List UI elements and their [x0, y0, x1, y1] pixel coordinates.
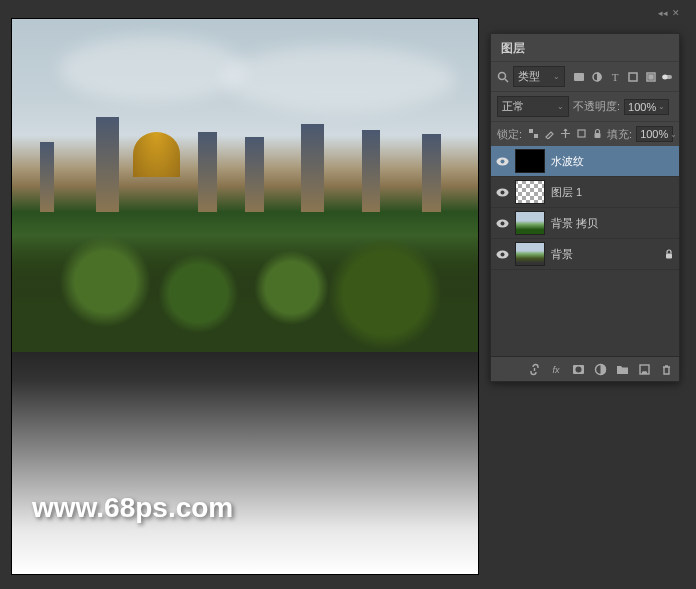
watermark-text: www.68ps.com [32, 492, 233, 524]
lock-label: 锁定: [497, 127, 522, 142]
search-icon[interactable] [497, 71, 509, 83]
layers-panel: 图层 类型 ⌄ T 正常 ⌄ 不透明度: 100% [490, 33, 680, 382]
layer-name[interactable]: 图层 1 [551, 185, 675, 200]
mask-icon[interactable] [571, 362, 585, 376]
fill-value: 100% [640, 128, 668, 140]
svg-point-24 [500, 252, 504, 256]
blend-mode-dropdown[interactable]: 正常 ⌄ [497, 96, 569, 117]
svg-rect-13 [529, 129, 533, 133]
lock-fill-row: 锁定: 填充: 100% ⌄ [491, 121, 679, 146]
lock-all-icon[interactable] [592, 128, 603, 141]
blend-opacity-row: 正常 ⌄ 不透明度: 100% ⌄ [491, 91, 679, 121]
fx-icon[interactable]: fx [549, 362, 563, 376]
svg-rect-10 [649, 75, 653, 79]
lock-transparency-icon[interactable] [528, 128, 539, 141]
link-layers-icon[interactable] [527, 362, 541, 376]
svg-line-4 [505, 79, 508, 82]
new-layer-icon[interactable] [637, 362, 651, 376]
svg-rect-25 [666, 254, 672, 259]
chevron-down-icon: ⌄ [670, 130, 677, 139]
lock-icon [663, 248, 675, 260]
layers-list: 水波纹 图层 1 背景 拷贝 背景 [491, 146, 679, 356]
canvas-image-content [12, 19, 478, 352]
panel-footer: fx [491, 356, 679, 381]
delete-layer-icon[interactable] [659, 362, 673, 376]
svg-point-22 [500, 221, 504, 225]
panel-tab-bar: 图层 [491, 34, 679, 61]
svg-point-3 [499, 72, 506, 79]
fill-input[interactable]: 100% ⌄ [636, 126, 673, 142]
layer-thumbnail[interactable] [515, 211, 545, 235]
layer-name[interactable]: 水波纹 [551, 154, 675, 169]
layer-row[interactable]: 水波纹 [491, 146, 679, 177]
svg-rect-8 [629, 73, 637, 81]
filter-kind-dropdown[interactable]: 类型 ⌄ [513, 66, 565, 87]
collapse-icon[interactable]: ◂◂ [658, 8, 668, 18]
svg-rect-5 [574, 73, 584, 81]
filter-toggle-icon[interactable] [661, 71, 673, 83]
lock-artboard-icon[interactable] [576, 128, 587, 141]
blend-mode-value: 正常 [502, 99, 524, 114]
layer-filter-row: 类型 ⌄ T [491, 61, 679, 91]
new-group-icon[interactable] [615, 362, 629, 376]
fill-label: 填充: [607, 127, 632, 142]
adjustment-layer-icon[interactable] [593, 362, 607, 376]
filter-adjustment-icon[interactable] [591, 71, 603, 83]
svg-text:fx: fx [552, 365, 560, 375]
svg-point-12 [663, 74, 668, 79]
layer-thumbnail[interactable] [515, 149, 545, 173]
opacity-label: 不透明度: [573, 99, 620, 114]
visibility-icon[interactable] [495, 185, 509, 199]
svg-rect-16 [595, 133, 601, 138]
svg-text:T: T [612, 71, 619, 83]
chevron-down-icon: ⌄ [658, 102, 665, 111]
filter-pixel-icon[interactable] [573, 71, 585, 83]
opacity-value: 100% [628, 101, 656, 113]
layer-row[interactable]: 图层 1 [491, 177, 679, 208]
chevron-down-icon: ⌄ [557, 102, 564, 111]
lock-paint-icon[interactable] [544, 128, 555, 141]
lock-position-icon[interactable] [560, 128, 571, 141]
svg-point-28 [575, 366, 581, 372]
filter-smart-icon[interactable] [645, 71, 657, 83]
panel-collapse-controls[interactable]: ◂◂ ✕ [658, 8, 680, 18]
document-canvas[interactable]: www.68ps.com [12, 19, 478, 574]
svg-point-20 [500, 190, 504, 194]
layer-name[interactable]: 背景 拷贝 [551, 216, 675, 231]
visibility-icon[interactable] [495, 247, 509, 261]
svg-rect-14 [534, 134, 538, 138]
layer-row[interactable]: 背景 拷贝 [491, 208, 679, 239]
svg-rect-15 [578, 130, 585, 137]
visibility-icon[interactable] [495, 216, 509, 230]
filter-text-icon[interactable]: T [609, 71, 621, 83]
filter-kind-label: 类型 [518, 69, 540, 84]
filter-shape-icon[interactable] [627, 71, 639, 83]
layer-row[interactable]: 背景 [491, 239, 679, 270]
layer-thumbnail[interactable] [515, 242, 545, 266]
layer-thumbnail[interactable] [515, 180, 545, 204]
close-icon[interactable]: ✕ [672, 8, 680, 18]
svg-point-18 [500, 159, 504, 163]
visibility-icon[interactable] [495, 154, 509, 168]
chevron-down-icon: ⌄ [553, 72, 560, 81]
panel-title[interactable]: 图层 [501, 40, 525, 57]
opacity-input[interactable]: 100% ⌄ [624, 99, 669, 115]
layer-name[interactable]: 背景 [551, 247, 657, 262]
